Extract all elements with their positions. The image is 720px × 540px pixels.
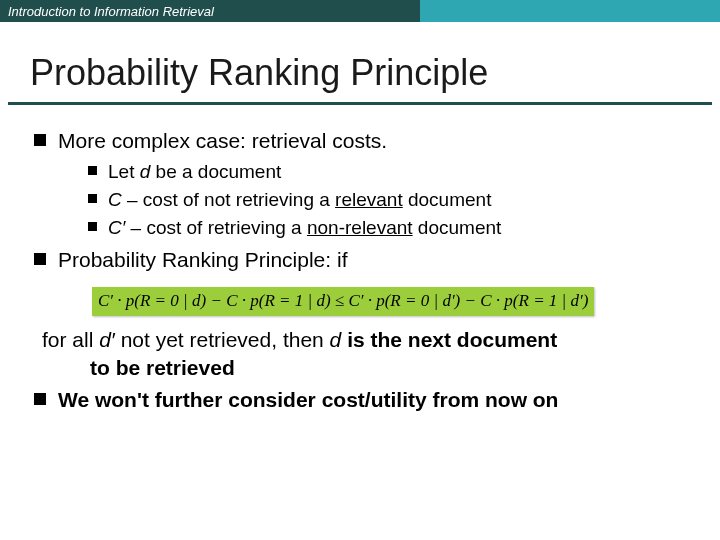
text: be a document bbox=[150, 161, 281, 182]
var-cprime: C′ bbox=[108, 217, 125, 238]
text: not yet retrieved, then bbox=[115, 328, 330, 351]
text: – cost of retrieving a bbox=[125, 217, 307, 238]
underline-relevant: relevant bbox=[335, 189, 403, 210]
sub-bullet-d: Let d be a document bbox=[86, 159, 688, 185]
slide-title: Probability Ranking Principle bbox=[0, 22, 720, 102]
underline-nonrelevant: non-relevant bbox=[307, 217, 413, 238]
course-label: Introduction to Information Retrieval bbox=[0, 0, 420, 22]
text: for all bbox=[42, 328, 99, 351]
sub-bullet-c: C – cost of not retrieving a relevant do… bbox=[86, 187, 688, 213]
var-dprime: d′ bbox=[99, 328, 115, 351]
bullet-list-end: We won't further consider cost/utility f… bbox=[32, 386, 688, 414]
bullet-prp-if: Probability Ranking Principle: if bbox=[32, 246, 688, 274]
bullet-text: More complex case: retrieval costs. bbox=[58, 129, 387, 152]
bullet-retrieval-costs: More complex case: retrieval costs. Let … bbox=[32, 127, 688, 240]
conclusion-block: for all d′ not yet retrieved, then d is … bbox=[32, 326, 688, 383]
slide-content: More complex case: retrieval costs. Let … bbox=[0, 105, 720, 415]
var-c: C bbox=[108, 189, 122, 210]
bullet-no-cost-utility: We won't further consider cost/utility f… bbox=[32, 386, 688, 414]
header-accent bbox=[420, 0, 720, 22]
bullet-text: We won't further consider cost/utility f… bbox=[58, 388, 558, 411]
text: document bbox=[413, 217, 502, 238]
formula-container: C′ · p(R = 0 | d) − C · p(R = 1 | d) ≤ C… bbox=[32, 279, 688, 326]
var-d: d bbox=[330, 328, 342, 351]
text: Let bbox=[108, 161, 140, 182]
var-d: d bbox=[140, 161, 151, 182]
prp-inequality-formula: C′ · p(R = 0 | d) − C · p(R = 1 | d) ≤ C… bbox=[92, 287, 594, 316]
text: – cost of not retrieving a bbox=[122, 189, 335, 210]
sub-bullet-cprime: C′ – cost of retrieving a non-relevant d… bbox=[86, 215, 688, 241]
bullet-text: Probability Ranking Principle: if bbox=[58, 248, 347, 271]
header-bar: Introduction to Information Retrieval bbox=[0, 0, 720, 22]
text: document bbox=[403, 189, 492, 210]
bold-text: to be retrieved bbox=[42, 354, 688, 382]
sub-bullet-list: Let d be a document C – cost of not retr… bbox=[58, 159, 688, 240]
bold-text: is the next document bbox=[341, 328, 557, 351]
bullet-list: More complex case: retrieval costs. Let … bbox=[32, 127, 688, 275]
